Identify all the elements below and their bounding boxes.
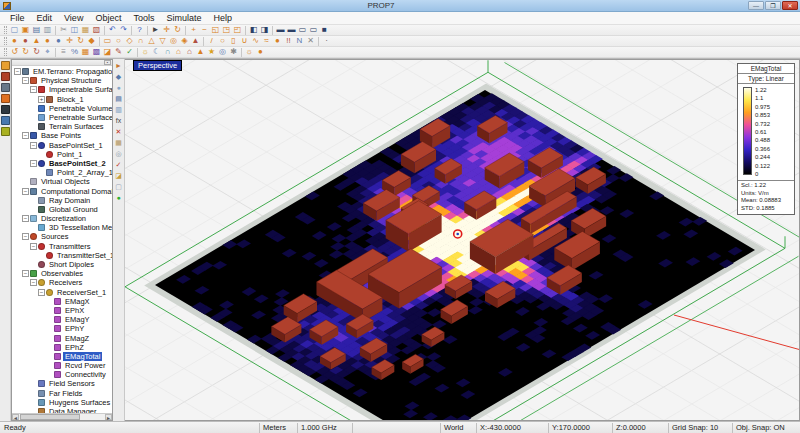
tree-item-basepointset-2[interactable]: −BasePointSet_2 — [12, 159, 112, 168]
draw-box-icon[interactable]: ▭ — [102, 36, 113, 46]
tree-item-block-1[interactable]: +Block_1 — [12, 95, 112, 104]
menu-object[interactable]: Object — [89, 13, 127, 23]
more-tools-icon[interactable]: · — [321, 36, 332, 46]
draw-triangle-icon[interactable]: △ — [146, 36, 157, 46]
zoom-extents-icon[interactable]: ◳ — [221, 25, 232, 35]
tree-item-field-sensors[interactable]: Field Sensors — [12, 379, 112, 388]
view-perspective-icon[interactable]: ◨ — [259, 25, 270, 35]
measure-percent-icon[interactable]: % — [69, 47, 80, 57]
target-view-icon[interactable]: ◎ — [217, 47, 228, 57]
render-sphere-icon[interactable]: ● — [114, 83, 124, 93]
cut-icon[interactable]: ✂ — [58, 25, 69, 35]
collapse-icon[interactable]: − — [22, 233, 29, 240]
tree-item-emagz[interactable]: EMagZ — [12, 333, 112, 342]
capture-view-icon[interactable]: ◎ — [114, 149, 124, 159]
render-shade-icon[interactable]: ● — [255, 47, 266, 57]
tree-item-emagtotal[interactable]: EMagTotal — [12, 352, 112, 361]
scroll-right-icon[interactable]: ► — [105, 414, 112, 420]
tree-item-emagy[interactable]: EMagY — [12, 315, 112, 324]
draw-plate-icon[interactable]: ▲ — [190, 36, 201, 46]
save-file-icon[interactable]: ▤ — [31, 25, 42, 35]
collapse-icon[interactable]: − — [22, 215, 29, 222]
tree-panel-header[interactable]: ▪ — [12, 60, 112, 66]
module-blue-icon[interactable] — [1, 116, 10, 125]
draw-pyramid-icon[interactable]: ▽ — [157, 36, 168, 46]
menu-tools[interactable]: Tools — [127, 13, 160, 23]
draw-rect-curve-icon[interactable]: ▯ — [228, 36, 239, 46]
collapse-icon[interactable]: − — [30, 279, 37, 286]
draw-ellipse-icon[interactable]: ○ — [217, 36, 228, 46]
tree-item-short-dipoles[interactable]: Short Dipoles — [12, 260, 112, 269]
delete-curve-icon[interactable]: ✕ — [305, 36, 316, 46]
tree-item-ephy[interactable]: EPhY — [12, 324, 112, 333]
open-file-icon[interactable]: ▣ — [20, 25, 31, 35]
warning-marks-icon[interactable]: !! — [283, 36, 294, 46]
block-library-icon[interactable]: ▩ — [91, 47, 102, 57]
module-dark-icon[interactable] — [1, 105, 10, 114]
toolbar-grip[interactable] — [4, 26, 7, 34]
menu-help[interactable]: Help — [207, 13, 238, 23]
view-mode-tab[interactable]: Perspective — [133, 60, 182, 71]
box-tool-icon[interactable]: ▦ — [114, 138, 124, 148]
collapse-icon[interactable]: − — [30, 243, 37, 250]
tree-item-sources[interactable]: −Sources — [12, 232, 112, 241]
draw-nurbs-icon[interactable]: N — [294, 36, 305, 46]
tree-item-penetrable-volumes[interactable]: Penetrable Volumes — [12, 104, 112, 113]
move-object-icon[interactable]: ✛ — [64, 36, 75, 46]
collapse-icon[interactable]: − — [14, 68, 21, 75]
tree-horizontal-scrollbar[interactable]: ◄ ► — [12, 413, 112, 420]
select-tool-icon[interactable]: ► — [150, 25, 161, 35]
draw-sphere-icon[interactable]: ● — [272, 36, 283, 46]
view-top-icon[interactable]: ◧ — [248, 25, 259, 35]
validate-check-icon[interactable]: ✓ — [124, 47, 135, 57]
collapse-icon[interactable]: − — [22, 188, 29, 195]
menu-simulate[interactable]: Simulate — [160, 13, 207, 23]
grid-snap-toggle-icon[interactable]: ● — [53, 36, 64, 46]
notes-page-icon[interactable]: ▢ — [114, 182, 124, 192]
tree-item-virtual-objects[interactable]: Virtual Objects — [12, 177, 112, 186]
pointer-tool-icon[interactable]: ► — [114, 61, 124, 71]
zoom-out-icon[interactable]: − — [199, 25, 210, 35]
menu-edit[interactable]: Edit — [31, 13, 59, 23]
tree-item-3d-tessellation-mesh[interactable]: 3D Tessellation Mesh — [12, 223, 112, 232]
settings-gear-icon[interactable]: ✱ — [228, 47, 239, 57]
edge-snap-icon[interactable]: ▲ — [31, 36, 42, 46]
base-station-icon[interactable]: ⌂ — [184, 47, 195, 57]
minimize-button[interactable]: — — [748, 1, 764, 10]
help-icon[interactable]: ? — [134, 25, 145, 35]
tree-item-discretization[interactable]: −Discretization — [12, 214, 112, 223]
tree-item-em-terrano-propagation-module[interactable]: −EM.Terrano: Propagation Module — [12, 67, 112, 76]
menu-view[interactable]: View — [58, 13, 89, 23]
print-icon[interactable]: ▥ — [42, 25, 53, 35]
viewport-3d[interactable]: Perspective EMagTotal Type: Linear 1.221… — [125, 59, 800, 421]
collapse-icon[interactable]: − — [30, 86, 37, 93]
tree-item-transmitterset-1[interactable]: TransmitterSet_1 — [12, 251, 112, 260]
material-palette-icon[interactable]: ◪ — [102, 47, 113, 57]
tree-item-ephz[interactable]: EPhZ — [12, 343, 112, 352]
scene-canvas[interactable] — [125, 60, 800, 421]
draw-cylinder-icon[interactable]: ◎ — [168, 36, 179, 46]
module-orange-icon[interactable] — [1, 94, 10, 103]
copy-icon[interactable]: ◫ — [69, 25, 80, 35]
tree-item-base-points[interactable]: −Base Points — [12, 131, 112, 140]
project-tree-toggle-icon[interactable]: ≡ — [58, 47, 69, 57]
tree-panel-pin-icon[interactable]: ▪ — [104, 60, 111, 65]
layout-single-icon[interactable]: ▬ — [275, 25, 286, 35]
coordinate-axes-icon[interactable]: ⌖ — [42, 47, 53, 57]
antenna-tower-icon[interactable]: ▲ — [195, 47, 206, 57]
function-fx-icon[interactable]: fx — [114, 116, 124, 126]
collapse-icon[interactable]: − — [30, 142, 37, 149]
delete-icon[interactable]: ▧ — [91, 25, 102, 35]
undo-icon[interactable]: ↶ — [107, 25, 118, 35]
tree-item-rcvd-power[interactable]: Rcvd Power — [12, 361, 112, 370]
zoom-in-icon[interactable]: + — [188, 25, 199, 35]
tree-item-receiverset-1[interactable]: −ReceiverSet_1 — [12, 288, 112, 297]
day-lighting-icon[interactable]: ☼ — [140, 47, 151, 57]
rotate-view-cw-icon[interactable]: ↻ — [20, 47, 31, 57]
vertex-snap-icon[interactable]: ● — [20, 36, 31, 46]
draw-cone-icon[interactable]: ◇ — [124, 36, 135, 46]
scroll-left-icon[interactable]: ◄ — [12, 414, 19, 420]
draw-arc-icon[interactable]: ∩ — [135, 36, 146, 46]
face-snap-icon[interactable]: ● — [42, 36, 53, 46]
draw-spline-icon[interactable]: ∿ — [250, 36, 261, 46]
